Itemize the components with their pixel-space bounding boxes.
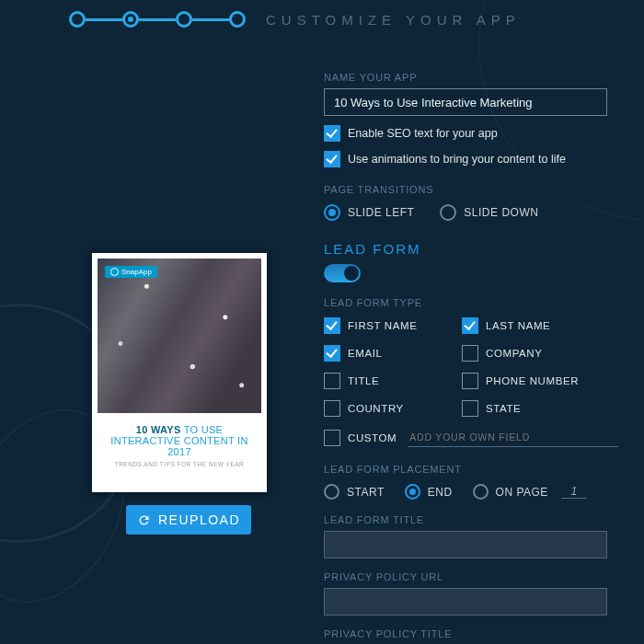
transition-slide-down[interactable]: SLIDE DOWN [440,204,538,221]
preview-title-block: 10 WAYS TO USE INTERACTIVE CONTENT IN 20… [98,413,261,473]
checkbox-email[interactable] [324,345,340,362]
preview-column: SnapApp 10 WAYS TO USE INTERACTIVE CONTE… [92,253,285,535]
lead-form-type-label: LEAD FORM TYPE [324,297,618,308]
preview-title: 10 WAYS TO USE INTERACTIVE CONTENT IN 20… [105,424,254,457]
privacy-title-label: PRIVACY POLICY TITLE [324,628,618,639]
radio-on-page[interactable] [473,484,489,500]
name-your-app-label: NAME YOUR APP [324,72,618,83]
field-custom-row: CUSTOM [324,428,618,447]
radio-start[interactable] [324,484,339,500]
on-page-number-input[interactable] [561,485,587,499]
step-2[interactable] [122,11,139,28]
lead-form-title-label: LEAD FORM TITLE [324,514,618,525]
checkbox-first-name[interactable] [324,317,340,334]
lead-form-placement-group: START END ON PAGE [324,484,618,500]
lead-form-fields-grid: FIRST NAME LAST NAME EMAIL COMPANY TITLE… [324,317,618,417]
placement-end[interactable]: END [405,484,453,500]
lead-form-heading: LEAD FORM [324,241,618,257]
seo-label: Enable SEO text for your app [348,127,498,140]
animations-toggle-row[interactable]: Use animations to bring your content to … [324,151,618,167]
wizard-stepper: CUSTOMIZE YOUR APP [69,11,521,28]
placement-start[interactable]: START [324,484,385,500]
checkbox-phone[interactable] [462,373,478,389]
radio-end[interactable] [405,484,420,500]
app-name-input[interactable] [324,88,607,116]
reupload-label: REUPLOAD [158,512,240,527]
checkbox-company[interactable] [462,345,478,362]
checkbox-country[interactable] [324,400,340,417]
seo-checkbox[interactable] [324,125,340,142]
step-connector [192,18,229,21]
field-company[interactable]: COMPANY [462,345,609,362]
field-phone[interactable]: PHONE NUMBER [462,373,609,389]
lead-form-toggle[interactable] [324,264,361,282]
custom-field-input[interactable] [408,428,618,447]
field-title[interactable]: TITLE [324,373,462,389]
step-1[interactable] [69,11,86,28]
stepper-title: CUSTOMIZE YOUR APP [266,12,521,28]
field-email[interactable]: EMAIL [324,345,462,362]
step-4[interactable] [229,11,246,28]
field-country[interactable]: COUNTRY [324,400,462,417]
page-transitions-label: PAGE TRANSITIONS [324,184,618,195]
privacy-url-input[interactable] [324,588,607,615]
animations-label: Use animations to bring your content to … [348,153,566,166]
app-preview-card: SnapApp 10 WAYS TO USE INTERACTIVE CONTE… [92,253,267,492]
step-3[interactable] [176,11,192,28]
step-connector [86,18,122,21]
animations-checkbox[interactable] [324,151,340,167]
lead-form-placement-label: LEAD FORM PLACEMENT [324,464,618,475]
step-connector [139,18,176,21]
checkbox-state[interactable] [462,400,478,417]
reupload-button[interactable]: REUPLOAD [126,505,251,535]
field-state[interactable]: STATE [462,400,609,417]
field-first-name[interactable]: FIRST NAME [324,317,462,334]
radio-slide-down[interactable] [440,204,456,221]
field-custom[interactable]: CUSTOM [324,430,397,446]
checkbox-custom[interactable] [324,430,340,446]
placement-on-page[interactable]: ON PAGE [473,484,587,500]
transition-slide-left[interactable]: SLIDE LEFT [324,204,414,221]
checkbox-title[interactable] [324,373,340,389]
refresh-icon [137,513,151,527]
customize-form: NAME YOUR APP Enable SEO text for your a… [324,66,618,644]
page-transitions-group: SLIDE LEFT SLIDE DOWN [324,204,618,221]
field-last-name[interactable]: LAST NAME [462,317,609,334]
preview-cover-image: SnapApp [98,259,261,413]
brand-badge: SnapApp [105,266,157,278]
lead-form-title-input[interactable] [324,531,607,558]
checkbox-last-name[interactable] [462,317,478,334]
seo-toggle-row[interactable]: Enable SEO text for your app [324,125,618,142]
preview-subtitle: TRENDS AND TIPS FOR THE NEW YEAR [105,461,254,467]
radio-slide-left[interactable] [324,204,340,221]
privacy-url-label: PRIVACY POLICY URL [324,571,618,582]
